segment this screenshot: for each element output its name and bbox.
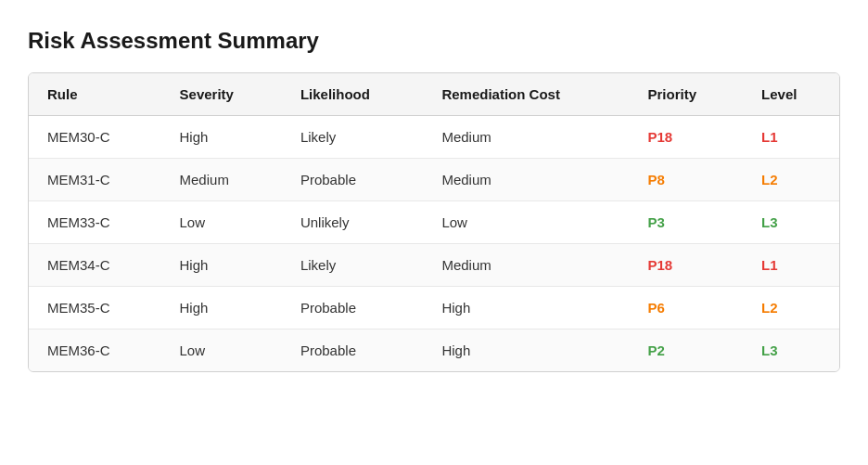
- priority-value: P3: [647, 214, 664, 230]
- table-row: MEM31-CMediumProbableMediumP8L2: [29, 159, 839, 201]
- header-severity: Severity: [161, 73, 282, 116]
- cell-rule: MEM30-C: [29, 116, 161, 159]
- header-row: RuleSeverityLikelihoodRemediation CostPr…: [29, 73, 839, 116]
- cell-likelihood: Probable: [282, 329, 423, 372]
- cell-priority: P2: [629, 329, 743, 372]
- header-rule: Rule: [29, 73, 161, 116]
- priority-value: P2: [647, 342, 664, 358]
- risk-table-container: RuleSeverityLikelihoodRemediation CostPr…: [28, 72, 840, 372]
- table-row: MEM36-CLowProbableHighP2L3: [29, 329, 839, 372]
- cell-rule: MEM31-C: [29, 159, 161, 201]
- header-priority: Priority: [629, 73, 743, 116]
- level-value: L1: [761, 129, 778, 145]
- cell-severity: Medium: [161, 159, 282, 201]
- priority-value: P8: [647, 172, 664, 187]
- level-value: L2: [761, 300, 778, 316]
- cell-rule: MEM35-C: [29, 287, 161, 329]
- cell-severity: High: [161, 244, 282, 287]
- table-row: MEM30-CHighLikelyMediumP18L1: [29, 116, 839, 159]
- level-value: L1: [761, 257, 778, 273]
- cell-remediation_cost: High: [423, 329, 629, 372]
- cell-severity: High: [161, 287, 282, 329]
- cell-priority: P18: [629, 116, 743, 159]
- priority-value: P18: [647, 129, 672, 145]
- cell-severity: High: [161, 116, 282, 159]
- level-value: L3: [761, 214, 778, 230]
- cell-likelihood: Probable: [282, 159, 423, 201]
- header-remediation_cost: Remediation Cost: [423, 73, 629, 116]
- cell-rule: MEM34-C: [29, 244, 161, 287]
- cell-likelihood: Likely: [282, 244, 423, 287]
- table-row: MEM33-CLowUnlikelyLowP3L3: [29, 201, 839, 244]
- cell-severity: Low: [161, 329, 282, 372]
- header-likelihood: Likelihood: [282, 73, 423, 116]
- cell-priority: P18: [629, 244, 743, 287]
- cell-likelihood: Unlikely: [282, 201, 423, 244]
- cell-likelihood: Likely: [282, 116, 423, 159]
- cell-priority: P3: [629, 201, 743, 244]
- cell-level: L3: [743, 201, 839, 244]
- risk-assessment-table: RuleSeverityLikelihoodRemediation CostPr…: [29, 73, 839, 371]
- cell-priority: P8: [629, 159, 743, 201]
- cell-rule: MEM36-C: [29, 329, 161, 372]
- cell-priority: P6: [629, 287, 743, 329]
- cell-remediation_cost: Medium: [423, 116, 629, 159]
- cell-level: L3: [743, 329, 839, 372]
- cell-rule: MEM33-C: [29, 201, 161, 244]
- priority-value: P18: [647, 257, 672, 273]
- priority-value: P6: [647, 300, 664, 316]
- cell-level: L1: [743, 116, 839, 159]
- page-title: Risk Assessment Summary: [28, 28, 840, 54]
- cell-level: L2: [743, 287, 839, 329]
- cell-level: L2: [743, 159, 839, 201]
- table-row: MEM34-CHighLikelyMediumP18L1: [29, 244, 839, 287]
- cell-remediation_cost: Medium: [423, 159, 629, 201]
- table-body: MEM30-CHighLikelyMediumP18L1MEM31-CMediu…: [29, 116, 839, 372]
- cell-remediation_cost: Low: [423, 201, 629, 244]
- level-value: L2: [761, 172, 778, 187]
- level-value: L3: [761, 342, 778, 358]
- cell-severity: Low: [161, 201, 282, 244]
- cell-remediation_cost: Medium: [423, 244, 629, 287]
- cell-level: L1: [743, 244, 839, 287]
- table-row: MEM35-CHighProbableHighP6L2: [29, 287, 839, 329]
- header-level: Level: [743, 73, 839, 116]
- table-header: RuleSeverityLikelihoodRemediation CostPr…: [29, 73, 839, 116]
- cell-likelihood: Probable: [282, 287, 423, 329]
- cell-remediation_cost: High: [423, 287, 629, 329]
